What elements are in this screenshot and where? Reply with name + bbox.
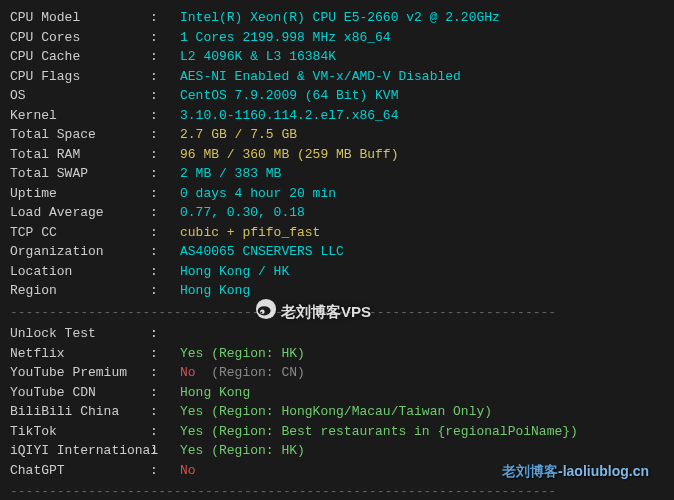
label: Total SWAP xyxy=(10,164,150,184)
label: YouTube Premium xyxy=(10,363,150,383)
value: cubic + pfifo_fast xyxy=(180,223,664,243)
separator: : xyxy=(150,125,180,145)
value: 1 Cores 2199.998 MHz x86_64 xyxy=(180,28,664,48)
label: BiliBili China xyxy=(10,402,150,422)
separator: : xyxy=(150,242,180,262)
separator: : xyxy=(150,28,180,48)
label: Total Space xyxy=(10,125,150,145)
value: 2.7 GB / 7.5 GB xyxy=(180,125,664,145)
separator: : xyxy=(150,86,180,106)
label: Location xyxy=(10,262,150,282)
value: AES-NI Enabled & VM-x/AMD-V Disabled xyxy=(180,67,664,87)
value: Yes (Region: Best restaurants in {region… xyxy=(180,422,664,442)
value: No (Region: CN) xyxy=(180,363,664,383)
separator: : xyxy=(150,164,180,184)
value: 3.10.0-1160.114.2.el7.x86_64 xyxy=(180,106,664,126)
separator: : xyxy=(150,262,180,282)
row-organization: Organization: AS40065 CNSERVERS LLC xyxy=(10,242,664,262)
label: Uptime xyxy=(10,184,150,204)
label: ChatGPT xyxy=(10,461,150,481)
row-unlock-header: Unlock Test: xyxy=(10,324,664,344)
value: Yes (Region: HK) xyxy=(180,344,664,364)
row-total-space: Total Space: 2.7 GB / 7.5 GB xyxy=(10,125,664,145)
label: Load Average xyxy=(10,203,150,223)
value: 0.77, 0.30, 0.18 xyxy=(180,203,664,223)
separator: : xyxy=(150,344,180,364)
separator: : xyxy=(150,203,180,223)
value: 0 days 4 hour 20 min xyxy=(180,184,664,204)
label: Total RAM xyxy=(10,145,150,165)
label: Netflix xyxy=(10,344,150,364)
separator: : xyxy=(150,422,180,442)
row-tcp-cc: TCP CC: cubic + pfifo_fast xyxy=(10,223,664,243)
svg-point-2 xyxy=(260,309,265,314)
label: OS xyxy=(10,86,150,106)
row-tiktok: TikTok: Yes (Region: Best restaurants in… xyxy=(10,422,664,442)
separator: : xyxy=(150,281,180,301)
label: Region xyxy=(10,281,150,301)
svg-point-3 xyxy=(261,312,263,314)
watermark-text: 老刘博客VPS xyxy=(281,301,371,324)
separator: : xyxy=(150,223,180,243)
label: CPU Model xyxy=(10,8,150,28)
row-cpu-model: CPU Model: Intel(R) Xeon(R) CPU E5-2660 … xyxy=(10,8,664,28)
row-youtube-premium: YouTube Premium: No (Region: CN) xyxy=(10,363,664,383)
label: Kernel xyxy=(10,106,150,126)
label: TikTok xyxy=(10,422,150,442)
row-netflix: Netflix: Yes (Region: HK) xyxy=(10,344,664,364)
label: YouTube CDN xyxy=(10,383,150,403)
value: Yes (Region: HongKong/Macau/Taiwan Only) xyxy=(180,402,664,422)
separator: : xyxy=(150,402,180,422)
value: L2 4096K & L3 16384K xyxy=(180,47,664,67)
label: CPU Flags xyxy=(10,67,150,87)
separator: : xyxy=(150,461,180,481)
separator: : xyxy=(150,383,180,403)
row-cpu-flags: CPU Flags: AES-NI Enabled & VM-x/AMD-V D… xyxy=(10,67,664,87)
row-iqiyi: iQIYI International: Yes (Region: HK) xyxy=(10,441,664,461)
watermark-prefix: 老刘博客 xyxy=(502,463,558,479)
value: 2 MB / 383 MB xyxy=(180,164,664,184)
label: CPU Cache xyxy=(10,47,150,67)
watermark-center: 老刘博客VPS xyxy=(255,298,371,327)
row-cpu-cores: CPU Cores: 1 Cores 2199.998 MHz x86_64 xyxy=(10,28,664,48)
row-bilibili: BiliBili China: Yes (Region: HongKong/Ma… xyxy=(10,402,664,422)
row-youtube-cdn: YouTube CDN: Hong Kong xyxy=(10,383,664,403)
separator: : xyxy=(150,8,180,28)
row-os: OS: CentOS 7.9.2009 (64 Bit) KVM xyxy=(10,86,664,106)
row-location: Location: Hong Kong / HK xyxy=(10,262,664,282)
separator: : xyxy=(150,106,180,126)
value: AS40065 CNSERVERS LLC xyxy=(180,242,664,262)
separator: : xyxy=(150,324,180,344)
separator: : xyxy=(150,47,180,67)
value: CentOS 7.9.2009 (64 Bit) KVM xyxy=(180,86,664,106)
value: Hong Kong / HK xyxy=(180,262,664,282)
divider: ----------------------------------------… xyxy=(10,482,664,500)
row-uptime: Uptime: 0 days 4 hour 20 min xyxy=(10,184,664,204)
value: Hong Kong xyxy=(180,281,664,301)
value: Hong Kong xyxy=(180,383,664,403)
row-total-ram: Total RAM: 96 MB / 360 MB (259 MB Buff) xyxy=(10,145,664,165)
label: Organization xyxy=(10,242,150,262)
row-kernel: Kernel: 3.10.0-1160.114.2.el7.x86_64 xyxy=(10,106,664,126)
separator: : xyxy=(150,67,180,87)
row-cpu-cache: CPU Cache: L2 4096K & L3 16384K xyxy=(10,47,664,67)
value: Yes (Region: HK) xyxy=(180,441,664,461)
label: Unlock Test xyxy=(10,324,150,344)
label: CPU Cores xyxy=(10,28,150,48)
watermark-bottom: 老刘博客-laoliublog.cn xyxy=(502,461,649,482)
watermark-suffix: -laoliublog.cn xyxy=(558,463,649,479)
separator: : xyxy=(150,145,180,165)
weibo-icon xyxy=(255,298,277,327)
value: Intel(R) Xeon(R) CPU E5-2660 v2 @ 2.20GH… xyxy=(180,8,664,28)
separator: : xyxy=(150,184,180,204)
label: TCP CC xyxy=(10,223,150,243)
separator: : xyxy=(150,363,180,383)
value: 96 MB / 360 MB (259 MB Buff) xyxy=(180,145,664,165)
separator: : xyxy=(150,441,180,461)
label: iQIYI International xyxy=(10,441,150,461)
row-total-swap: Total SWAP: 2 MB / 383 MB xyxy=(10,164,664,184)
row-load-avg: Load Average: 0.77, 0.30, 0.18 xyxy=(10,203,664,223)
